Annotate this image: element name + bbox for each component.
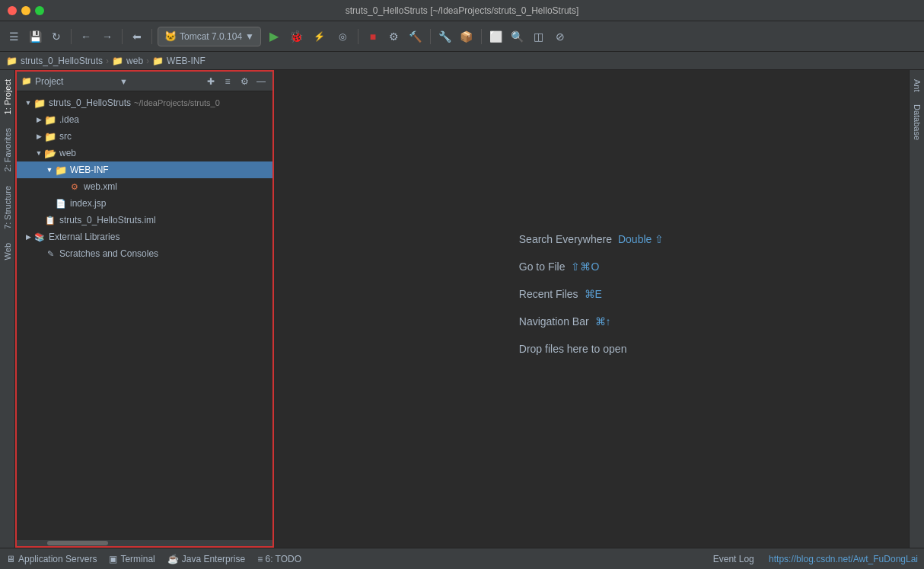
java-enterprise-label: Java Enterprise — [182, 554, 245, 564]
event-log-label[interactable]: Event Log — [713, 554, 754, 564]
status-terminal[interactable]: ▣ Terminal — [109, 554, 155, 564]
terminal2-icon[interactable]: ⊘ — [551, 27, 569, 46]
tree-arrow-root — [23, 99, 33, 107]
folder-icon-webinf: 📁 — [55, 165, 67, 175]
build-icon[interactable]: ⚙ — [385, 27, 403, 46]
layout-icon[interactable]: ⬜ — [487, 27, 505, 46]
back-icon[interactable]: ← — [77, 27, 95, 46]
tree-item-idea[interactable]: 📁 .idea — [17, 111, 272, 128]
breadcrumb-root[interactable]: struts_0_HelloStruts — [21, 56, 103, 66]
tree-item-web[interactable]: 📂 web — [17, 145, 272, 161]
close-button[interactable] — [8, 6, 17, 15]
tree-item-root[interactable]: 📁 struts_0_HelloStruts ~/IdeaProjects/st… — [17, 94, 272, 111]
tree-arrow-idea — [33, 116, 44, 123]
forward-icon[interactable]: → — [98, 27, 116, 46]
todo-label: ≡ 6: TODO — [257, 554, 301, 564]
run-config-arrow: ▼ — [245, 31, 254, 42]
content-area: Search Everywhere Double ⇧ Go to File ⇧⌘… — [274, 70, 909, 548]
coverage-button[interactable]: ⚡ — [310, 27, 330, 46]
tree-label-webinf: WEB-INF — [70, 165, 109, 175]
separator-4 — [358, 29, 358, 44]
save-all-icon[interactable]: 💾 — [26, 27, 44, 46]
menu-icon[interactable]: ☰ — [5, 27, 23, 46]
hide-icon[interactable]: — — [254, 75, 268, 88]
right-sidebar: Ant Database — [909, 70, 924, 548]
tree-label-scratches: Scratches and Consoles — [59, 248, 158, 259]
main-layout: 1: Project 2: Favorites 7: Structure Web… — [0, 70, 924, 548]
shortcut-nav-bar: Navigation Bar ⌘↑ — [519, 315, 664, 328]
breadcrumb-folder-icon2: 📁 — [112, 56, 123, 66]
shortcut-label-recent: Recent Files — [519, 288, 578, 300]
sidebar-item-web[interactable]: Web — [2, 237, 14, 266]
shortcut-goto-file: Go to File ⇧⌘O — [519, 261, 664, 273]
vcs-icon[interactable]: ◫ — [530, 27, 548, 46]
panel-header: 📁 Project ▼ ✚ ≡ ⚙ — — [17, 72, 272, 91]
tree-label-root: struts_0_HelloStruts — [49, 97, 131, 108]
tree-item-indexjsp[interactable]: 📄 index.jsp — [17, 195, 272, 212]
sidebar-item-ant[interactable]: Ant — [911, 73, 923, 98]
run-button[interactable]: ▶ — [264, 27, 284, 46]
status-url-text: https://blog.csdn.net/Awt_FuDongLai — [769, 554, 918, 564]
breadcrumb-webinf[interactable]: WEB-INF — [167, 56, 206, 66]
sidebar-item-project[interactable]: 1: Project — [2, 73, 14, 120]
debug-button[interactable]: 🐞 — [287, 27, 307, 46]
breadcrumb-web[interactable]: web — [126, 56, 143, 66]
run-config-selector[interactable]: 🐱 Tomcat 7.0.104 ▼ — [158, 27, 261, 46]
panel-title-arrow[interactable]: ▼ — [119, 77, 201, 86]
minimize-button[interactable] — [21, 6, 30, 15]
panel-scrollbar[interactable] — [17, 540, 272, 546]
maximize-button[interactable] — [35, 6, 44, 15]
add-icon[interactable]: ✚ — [204, 75, 218, 88]
tree-item-webinf[interactable]: 📁 WEB-INF — [17, 161, 272, 178]
tree-item-scratches[interactable]: ✎ Scratches and Consoles — [17, 245, 272, 262]
status-app-servers[interactable]: 🖥 Application Servers — [6, 554, 97, 564]
status-todo[interactable]: ≡ 6: TODO — [257, 554, 301, 564]
tree-item-src[interactable]: 📁 src — [17, 128, 272, 145]
separator-5 — [430, 29, 431, 44]
shortcut-label-nav: Navigation Bar — [519, 315, 589, 328]
breadcrumb-folder-icon: 📁 — [6, 56, 18, 66]
title-bar: struts_0_HelloStruts [~/IdeaProjects/str… — [0, 0, 924, 21]
shortcut-label-goto: Go to File — [519, 261, 566, 273]
shortcut-key-nav: ⌘↑ — [595, 315, 611, 328]
tree-label-root-path: ~/IdeaProjects/struts_0 — [134, 98, 220, 107]
iml-file-icon: 📋 — [44, 215, 56, 225]
folder-icon-root: 📁 — [33, 97, 46, 108]
tree-label-webxml: web.xml — [84, 181, 117, 192]
tree-item-iml[interactable]: 📋 struts_0_HelloStruts.iml — [17, 212, 272, 229]
tree-label-iml: struts_0_HelloStruts.iml — [59, 215, 156, 225]
sidebar-item-structure[interactable]: 7: Structure — [2, 180, 14, 235]
sdk-icon[interactable]: 📦 — [457, 27, 476, 46]
shortcuts-panel: Search Everywhere Double ⇧ Go to File ⇧⌘… — [519, 233, 664, 355]
status-url: Event Log https://blog.csdn.net/Awt_FuDo… — [713, 554, 918, 564]
settings-icon[interactable]: ⚙ — [237, 75, 251, 88]
build2-icon[interactable]: 🔨 — [406, 27, 425, 46]
project-tree: 📁 struts_0_HelloStruts ~/IdeaProjects/st… — [17, 91, 272, 540]
collapse-icon[interactable]: ≡ — [221, 75, 234, 88]
separator-6 — [481, 29, 482, 44]
tree-item-external-libs[interactable]: 📚 External Libraries — [17, 229, 272, 245]
shortcut-key-search: Double ⇧ — [618, 233, 664, 245]
stop-button[interactable]: ■ — [364, 27, 382, 46]
breadcrumb-folder-icon3: 📁 — [152, 56, 164, 66]
sync-icon[interactable]: ↻ — [47, 27, 65, 46]
separator-1 — [71, 29, 72, 44]
project-panel: 📁 Project ▼ ✚ ≡ ⚙ — 📁 struts_0_HelloStru… — [15, 70, 274, 548]
terminal-label: Terminal — [120, 554, 155, 564]
sidebar-item-database[interactable]: Database — [911, 98, 923, 146]
status-java-enterprise[interactable]: ☕ Java Enterprise — [167, 554, 245, 564]
window-title: struts_0_HelloStruts [~/IdeaProjects/str… — [346, 5, 578, 16]
xml-file-icon: ⚙ — [69, 181, 81, 192]
undo-icon[interactable]: ⬅ — [128, 27, 146, 46]
separator-2 — [122, 29, 123, 44]
panel-scrollbar-thumb — [47, 541, 108, 545]
sidebar-item-favorites[interactable]: 2: Favorites — [2, 122, 14, 177]
tools-icon[interactable]: 🔧 — [436, 27, 454, 46]
profile-button[interactable]: ◎ — [333, 27, 352, 46]
terminal-icon: ▣ — [109, 554, 117, 564]
tree-arrow-src — [33, 133, 44, 140]
tree-arrow-external-libs — [23, 233, 33, 241]
tree-item-webxml[interactable]: ⚙ web.xml — [17, 178, 272, 195]
search-icon[interactable]: 🔍 — [508, 27, 527, 46]
folder-icon-web: 📂 — [44, 148, 56, 158]
